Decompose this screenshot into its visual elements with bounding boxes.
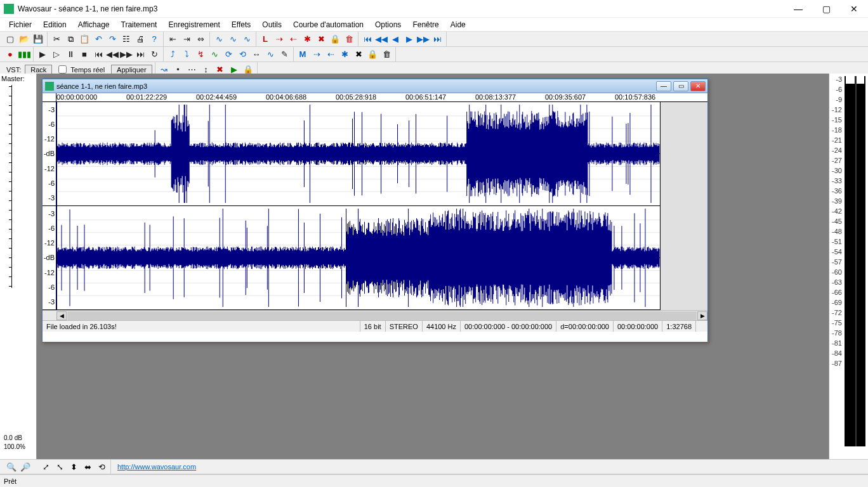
loop-in-icon[interactable]: ⇢ bbox=[273, 33, 286, 46]
scroll-left-button[interactable]: ◀ bbox=[56, 311, 67, 320]
marker-out-icon[interactable]: ⇠ bbox=[324, 48, 337, 61]
app-icon bbox=[4, 4, 14, 14]
repeat-icon[interactable]: ↻ bbox=[148, 48, 161, 61]
zoom-sel-icon[interactable]: ⤢ bbox=[39, 460, 52, 473]
child-titlebar[interactable]: séance 1-1, ne rien faire.mp3 — ▭ ✕ bbox=[43, 79, 707, 93]
stop-icon[interactable]: ■ bbox=[78, 48, 91, 61]
wave-tool-1-icon[interactable]: ∿ bbox=[213, 33, 225, 46]
tool-g-icon[interactable]: ↔ bbox=[250, 48, 263, 61]
pause-icon[interactable]: ⏸ bbox=[64, 48, 77, 61]
audio-document-window: séance 1-1, ne rien faire.mp3 — ▭ ✕ 00:0… bbox=[42, 79, 708, 342]
tool-a-icon[interactable]: ⤴ bbox=[166, 48, 179, 61]
tool-wave-icon[interactable]: ∿ bbox=[264, 48, 277, 61]
wave-tool-2-icon[interactable]: ∿ bbox=[227, 33, 239, 46]
loop-lock-icon[interactable]: 🔒 bbox=[329, 33, 341, 46]
forward-icon[interactable]: ▶▶ bbox=[120, 48, 133, 61]
help-icon[interactable]: ? bbox=[148, 33, 161, 46]
nav-next2-icon[interactable]: ⏭ bbox=[431, 33, 444, 46]
go-start-icon[interactable]: ⏮ bbox=[92, 48, 105, 61]
menu-options[interactable]: Options bbox=[370, 19, 406, 30]
loop-del-icon[interactable]: ✱ bbox=[301, 33, 313, 46]
go-end-icon[interactable]: ⏭ bbox=[134, 48, 147, 61]
loop-clear-icon[interactable]: ✖ bbox=[315, 33, 327, 46]
print-icon[interactable]: 🖨 bbox=[134, 33, 147, 46]
scroll-track[interactable] bbox=[67, 311, 697, 320]
menu-automation[interactable]: Courbe d'automation bbox=[288, 19, 369, 30]
tool-e-icon[interactable]: ⟳ bbox=[222, 48, 235, 61]
loop-start-icon[interactable]: L bbox=[259, 33, 272, 46]
menu-aide[interactable]: Aide bbox=[445, 19, 471, 30]
open-file-icon[interactable]: 📂 bbox=[18, 33, 30, 46]
marker-lock-icon[interactable]: 🔒 bbox=[366, 48, 379, 61]
waveform-channel-left[interactable] bbox=[56, 102, 660, 206]
waveform-area[interactable] bbox=[56, 102, 661, 310]
nav-back-icon[interactable]: ◀ bbox=[389, 33, 402, 46]
loop-trash-icon[interactable]: 🗑 bbox=[343, 33, 355, 46]
meter-scale: -3-6-9-12-15-18-21-24-27-30-33-36-39-42-… bbox=[829, 74, 843, 459]
new-file-icon[interactable]: ▢ bbox=[4, 33, 16, 46]
tool-f-icon[interactable]: ⟲ bbox=[236, 48, 249, 61]
trim-left-icon[interactable]: ⇤ bbox=[166, 33, 179, 46]
zoom-fit-icon[interactable]: ⤡ bbox=[53, 460, 66, 473]
website-link[interactable]: http://www.wavosaur.com bbox=[117, 463, 196, 471]
timeline-ruler[interactable]: 00:00:00:00000:01:22:22900:02:44:45900:0… bbox=[43, 93, 707, 102]
play2-icon[interactable]: ▷ bbox=[50, 48, 63, 61]
loop-out-icon[interactable]: ⇠ bbox=[287, 33, 299, 46]
tool-b-icon[interactable]: ⤵ bbox=[180, 48, 193, 61]
rewind-icon[interactable]: ◀◀ bbox=[106, 48, 119, 61]
properties-icon[interactable]: ☷ bbox=[120, 33, 133, 46]
nav-fwd-icon[interactable]: ▶ bbox=[403, 33, 416, 46]
mdi-workspace: séance 1-1, ne rien faire.mp3 — ▭ ✕ 00:0… bbox=[37, 74, 829, 459]
menu-fichier[interactable]: Fichier bbox=[4, 19, 37, 30]
undo-icon[interactable]: ↶ bbox=[92, 33, 105, 46]
scroll-right-button[interactable]: ▶ bbox=[697, 311, 707, 320]
zoom-v-icon[interactable]: ⬍ bbox=[67, 460, 80, 473]
marker-clear-icon[interactable]: ✖ bbox=[352, 48, 365, 61]
monitor-icon[interactable]: ▮▮▮ bbox=[18, 48, 30, 61]
tool-pencil-icon[interactable]: ✎ bbox=[278, 48, 291, 61]
nav-prev-icon[interactable]: ◀◀ bbox=[375, 33, 388, 46]
toolbar-row-1: ▢ 📂 💾 ✂ ⧉ 📋 ↶ ↷ ☷ 🖨 ? ⇤ ⇥ ⇔ ∿ ∿ ∿ L ⇢ ⇠ … bbox=[0, 32, 868, 47]
marker-x-icon[interactable]: ✱ bbox=[338, 48, 351, 61]
menu-outils[interactable]: Outils bbox=[257, 19, 287, 30]
marker-in-icon[interactable]: ⇢ bbox=[310, 48, 323, 61]
copy-icon[interactable]: ⧉ bbox=[64, 33, 77, 46]
menu-fenetre[interactable]: Fenêtre bbox=[407, 19, 444, 30]
minimize-button[interactable]: — bbox=[784, 1, 812, 17]
wave-tool-3-icon[interactable]: ∿ bbox=[240, 33, 253, 46]
zoom-in-icon[interactable]: 🔍 bbox=[5, 460, 18, 473]
trim-both-icon[interactable]: ⇔ bbox=[194, 33, 207, 46]
status-stereo: STEREO bbox=[386, 321, 423, 332]
tool-c-icon[interactable]: ↯ bbox=[194, 48, 207, 61]
cut-icon[interactable]: ✂ bbox=[50, 33, 63, 46]
menu-edition[interactable]: Edition bbox=[38, 19, 72, 30]
marker-m-icon[interactable]: M bbox=[296, 48, 309, 61]
vst-realtime-checkbox[interactable] bbox=[58, 65, 67, 74]
child-close-button[interactable]: ✕ bbox=[690, 81, 706, 91]
paste-icon[interactable]: 📋 bbox=[78, 33, 91, 46]
zoom-h-icon[interactable]: ⬌ bbox=[81, 460, 94, 473]
menu-affichage[interactable]: Affichage bbox=[73, 19, 115, 30]
marker-trash-icon[interactable]: 🗑 bbox=[380, 48, 393, 61]
nav-next-icon[interactable]: ▶▶ bbox=[417, 33, 430, 46]
menu-enregistrement[interactable]: Enregistrement bbox=[163, 19, 225, 30]
child-minimize-button[interactable]: — bbox=[656, 81, 671, 91]
redo-icon[interactable]: ↷ bbox=[106, 33, 119, 46]
close-button[interactable]: ✕ bbox=[840, 1, 868, 17]
menu-effets[interactable]: Effets bbox=[227, 19, 256, 30]
record-icon[interactable]: ● bbox=[4, 48, 16, 61]
tool-d-icon[interactable]: ∿ bbox=[208, 48, 221, 61]
child-maximize-button[interactable]: ▭ bbox=[673, 81, 688, 91]
nav-prev2-icon[interactable]: ⏮ bbox=[361, 33, 374, 46]
status-range: 00:00:00:000 - 00:00:00:000 bbox=[461, 321, 556, 332]
maximize-button[interactable]: ▢ bbox=[812, 1, 840, 17]
play-icon[interactable]: ▶ bbox=[36, 48, 49, 61]
save-file-icon[interactable]: 💾 bbox=[32, 33, 44, 46]
window-titlebar: Wavosaur - séance 1-1, ne rien faire.mp3… bbox=[0, 0, 868, 18]
waveform-channel-right[interactable] bbox=[56, 206, 660, 310]
trim-right-icon[interactable]: ⇥ bbox=[180, 33, 193, 46]
zoom-out-icon[interactable]: 🔎 bbox=[19, 460, 32, 473]
horizontal-scrollbar[interactable]: ◀ ▶ bbox=[43, 310, 707, 320]
menu-traitement[interactable]: Traitement bbox=[116, 19, 162, 30]
zoom-reset-icon[interactable]: ⟲ bbox=[95, 460, 108, 473]
